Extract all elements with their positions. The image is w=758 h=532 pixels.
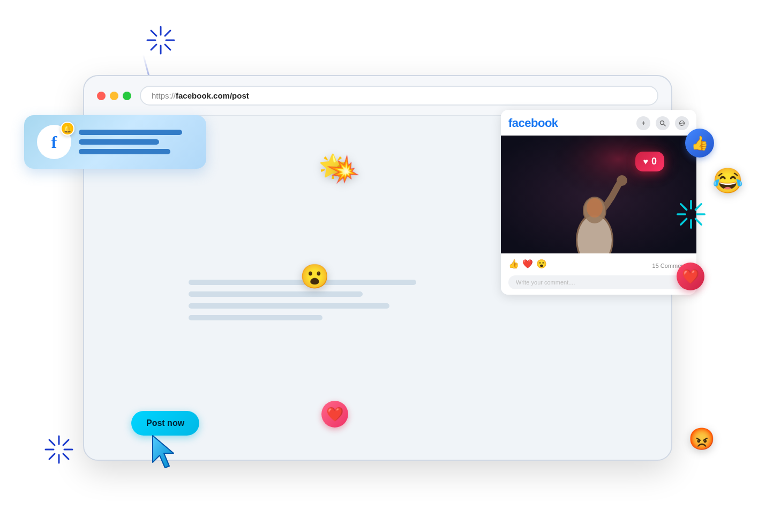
- svg-line-20: [681, 204, 687, 210]
- svg-line-14: [63, 440, 69, 445]
- bell-icon: 🔔: [63, 125, 72, 133]
- notif-line-2: [79, 139, 159, 145]
- spark-bottom-left: [43, 433, 75, 468]
- svg-line-25: [664, 124, 665, 126]
- notification-card: f 🔔: [24, 115, 206, 169]
- heart-badge-mid: ❤️: [321, 401, 348, 428]
- bell-badge: 🔔: [61, 122, 74, 136]
- fb-search-icon[interactable]: [656, 116, 670, 130]
- notification-lines: [79, 130, 193, 154]
- url-text: https://facebook.com/post: [152, 91, 249, 100]
- svg-point-31: [617, 175, 627, 186]
- svg-line-13: [63, 454, 69, 459]
- shock-emoji: 😮: [300, 263, 329, 290]
- fb-add-icon[interactable]: +: [636, 116, 650, 130]
- svg-line-5: [165, 44, 170, 50]
- dot-green[interactable]: [123, 92, 131, 100]
- heart-badge-right: ❤️: [677, 263, 704, 290]
- spark-mid-right: [675, 198, 707, 233]
- fb-logo-text: facebook: [508, 116, 558, 130]
- laugh-emoji: 😂: [712, 166, 743, 195]
- fb-logo-letter: f: [51, 132, 57, 152]
- cursor-arrow: [150, 433, 182, 470]
- fb-post-image: ♥ 0: [501, 136, 696, 253]
- fb-header-icons: +: [636, 116, 689, 130]
- dot-yellow[interactable]: [110, 92, 118, 100]
- svg-point-34: [587, 198, 603, 218]
- svg-point-26: [680, 121, 685, 126]
- angry-emoji: 😡: [688, 426, 715, 452]
- browser-dots: [97, 92, 131, 100]
- svg-line-21: [695, 219, 701, 224]
- content-line-4: [189, 315, 322, 320]
- url-domain: facebook.com/post: [176, 91, 249, 100]
- fb-reactions: 👍 ❤️ 😮: [508, 259, 547, 269]
- svg-line-6: [165, 31, 170, 36]
- fb-messenger-icon[interactable]: [675, 116, 689, 130]
- comment-box[interactable]: Write your comment....: [508, 275, 689, 289]
- svg-line-12: [49, 440, 55, 445]
- scene: https://facebook.com/post f 🔔 face: [0, 0, 758, 532]
- heart-count: 0: [651, 156, 657, 167]
- reaction-shock[interactable]: 😮: [536, 259, 547, 269]
- fb-post-header: facebook +: [501, 110, 696, 136]
- content-line-3: [189, 303, 389, 309]
- heart-notification: ♥ 0: [635, 152, 664, 171]
- fb-reactions-row: 👍 ❤️ 😮 15 Comments: [508, 259, 689, 272]
- svg-line-23: [681, 219, 687, 224]
- reaction-like[interactable]: 👍: [508, 259, 519, 269]
- address-bar[interactable]: https://facebook.com/post: [140, 86, 658, 106]
- svg-marker-35: [153, 436, 174, 468]
- svg-point-24: [661, 121, 664, 125]
- svg-line-7: [151, 44, 156, 50]
- svg-line-4: [151, 31, 156, 36]
- content-line-2: [189, 291, 363, 297]
- dot-red[interactable]: [97, 92, 106, 100]
- notif-line-3: [79, 149, 170, 154]
- reaction-heart[interactable]: ❤️: [522, 259, 533, 269]
- fb-post-card: facebook +: [501, 110, 696, 295]
- svg-line-15: [49, 454, 55, 459]
- comment-placeholder: Write your comment....: [516, 279, 575, 286]
- fb-avatar: f 🔔: [37, 125, 71, 159]
- svg-line-22: [695, 204, 701, 210]
- post-now-button[interactable]: Post now: [131, 411, 199, 436]
- heart-icon: ♥: [643, 157, 648, 167]
- spark-top-left: [145, 24, 177, 58]
- thumbs-up-badge: 👍: [685, 129, 714, 158]
- fb-post-footer: 👍 ❤️ 😮 15 Comments Write your comment...…: [501, 253, 696, 295]
- post-image-svg: [501, 136, 696, 253]
- notif-line-1: [79, 130, 182, 135]
